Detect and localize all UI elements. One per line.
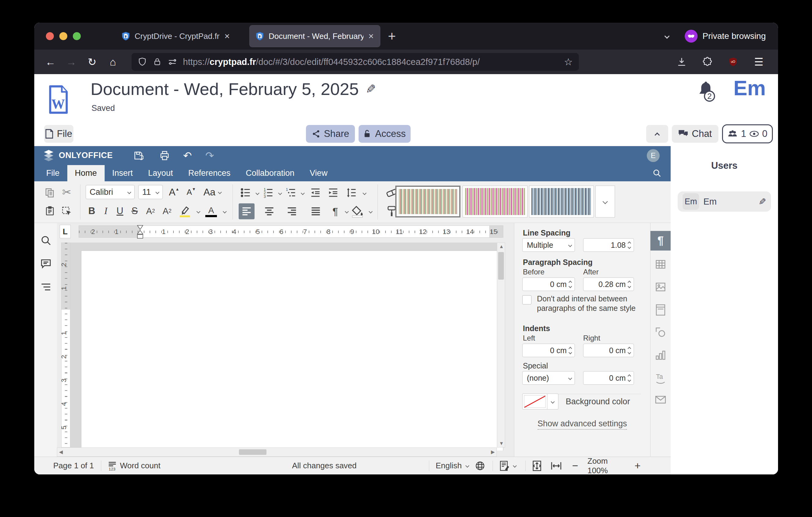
maximize-window-button[interactable] (73, 32, 81, 40)
increase-indent-icon[interactable] (325, 186, 341, 200)
pad-title[interactable]: Document - Wed, February 5, 2025 ✎ (91, 79, 376, 99)
menu-tab-view[interactable]: View (302, 165, 335, 181)
paste-icon[interactable] (43, 204, 57, 218)
change-case-icon[interactable]: Aa (201, 185, 223, 199)
menu-tab-file[interactable]: File (38, 165, 67, 181)
undo-icon[interactable]: ↶ (183, 149, 192, 162)
edit-user-pencil-icon[interactable]: ✎ (758, 196, 766, 207)
indent-right-spinner[interactable]: 0 cm (583, 344, 634, 357)
chat-button[interactable]: Chat (672, 125, 718, 143)
underline-button[interactable]: U (114, 204, 126, 218)
superscript-button[interactable]: A2 (143, 204, 158, 218)
user-list-item[interactable]: Em Em ✎ (678, 191, 771, 212)
background-color-chevron[interactable] (547, 393, 558, 409)
font-color-chevron[interactable] (220, 206, 226, 217)
numbered-list-chevron[interactable] (276, 187, 282, 198)
menu-tab-insert[interactable]: Insert (105, 165, 141, 181)
file-drawer-button[interactable]: File (44, 125, 74, 143)
cut-icon[interactable]: ✂ (59, 185, 74, 200)
collaborator-avatar[interactable]: E (647, 149, 660, 162)
horizontal-ruler[interactable]: 21123456789101112131415 (79, 225, 503, 238)
special-select[interactable]: (none) (522, 371, 575, 385)
mail-merge-settings-tab[interactable] (655, 395, 666, 404)
spellcheck-button[interactable] (499, 457, 516, 474)
shading-fill-icon[interactable] (349, 204, 365, 219)
redo-icon[interactable]: ↷ (205, 149, 214, 162)
tab-stop-selector[interactable]: L (60, 225, 71, 238)
font-name-select[interactable]: Calibri (86, 185, 135, 199)
line-spacing-chevron[interactable] (360, 187, 366, 198)
close-window-button[interactable] (46, 32, 54, 40)
url-bar[interactable]: https://cryptpad.fr/doc/#/3/doc/edit/ff0… (132, 53, 579, 71)
paragraph-settings-tab[interactable]: ¶ (650, 231, 671, 250)
shape-settings-tab[interactable] (655, 326, 666, 338)
share-button[interactable]: Share (306, 125, 355, 143)
notifications-bell[interactable]: 2 (696, 81, 716, 102)
access-button[interactable]: Access (358, 125, 411, 143)
download-icon[interactable] (675, 55, 689, 69)
connection-settings-icon[interactable] (168, 57, 177, 66)
new-tab-button[interactable]: + (388, 29, 396, 43)
document-page[interactable] (81, 250, 503, 451)
zoom-level[interactable]: Zoom 100% (587, 457, 630, 474)
line-spacing-amount-spinner[interactable]: 1.08 (583, 238, 634, 252)
vertical-scroll-thumb[interactable] (498, 252, 504, 280)
textart-settings-tab[interactable]: Ta (655, 372, 667, 384)
style-preview-heading[interactable] (529, 186, 594, 217)
spacing-after-spinner[interactable]: 0.28 cm (583, 277, 634, 291)
style-gallery-expand-button[interactable] (596, 186, 615, 217)
url-text[interactable]: https://cryptpad.fr/doc/#/3/doc/edit/ff0… (183, 57, 560, 67)
image-settings-tab[interactable] (655, 281, 666, 293)
numbered-list-icon[interactable]: 123 (261, 186, 276, 200)
menu-tab-collaboration[interactable]: Collaboration (238, 165, 302, 181)
vertical-scrollbar[interactable]: ▲ ▼ (497, 243, 505, 447)
copy-icon[interactable] (43, 186, 57, 200)
align-center-button[interactable] (261, 203, 277, 219)
back-icon[interactable]: ← (44, 55, 58, 69)
tab-cryptdrive[interactable]: CryptDrive - CryptPad.fr × (116, 25, 240, 47)
strikethrough-button[interactable]: S (128, 204, 141, 218)
align-left-button[interactable] (239, 203, 255, 219)
page-viewport[interactable] (70, 243, 497, 447)
tab-close-icon[interactable]: × (368, 31, 374, 42)
special-amount-spinner[interactable]: 0 cm (583, 371, 634, 385)
horizontal-scrollbar[interactable]: ◀ ▶ (57, 447, 497, 457)
decrease-font-icon[interactable]: A▼ (183, 185, 199, 199)
zoom-in-button[interactable]: + (635, 457, 641, 474)
decrease-indent-icon[interactable] (308, 186, 323, 200)
bullet-list-icon[interactable] (239, 186, 253, 200)
subscript-button[interactable]: A2 (160, 204, 174, 218)
tab-document[interactable]: Document - Wed, February 5, 20 × (250, 25, 380, 47)
fit-width-button[interactable] (551, 457, 562, 474)
justify-button[interactable] (308, 203, 324, 219)
find-icon[interactable] (40, 235, 52, 246)
font-size-select[interactable]: 11 (138, 185, 163, 199)
highlight-color-icon[interactable] (177, 204, 193, 219)
line-spacing-icon[interactable] (344, 186, 359, 200)
tab-list-chevron-icon[interactable] (665, 34, 670, 39)
navigation-headings-icon[interactable] (40, 281, 52, 293)
multilevel-list-chevron[interactable] (298, 187, 304, 198)
advanced-settings-link[interactable]: Show advanced settings (514, 419, 650, 429)
print-icon[interactable] (160, 151, 170, 161)
interval-checkbox[interactable] (522, 295, 531, 304)
presence-indicator[interactable]: 1 0 (722, 124, 773, 143)
paragraph-marks-chevron[interactable] (342, 206, 348, 217)
menu-tab-home[interactable]: Home (67, 165, 105, 181)
bookmark-star-icon[interactable]: ☆ (564, 56, 573, 68)
word-count-button[interactable]: 123 Word count (108, 457, 160, 474)
line-spacing-select[interactable]: Multiple (522, 238, 575, 252)
comments-icon[interactable] (40, 258, 52, 270)
forward-icon[interactable]: → (64, 55, 78, 69)
chart-settings-tab[interactable] (655, 349, 666, 361)
home-icon[interactable]: ⌂ (106, 55, 120, 69)
table-settings-tab[interactable] (655, 258, 666, 270)
paragraph-marks-icon[interactable]: ¶ (328, 204, 342, 219)
search-icon[interactable] (652, 168, 662, 178)
rename-pencil-icon[interactable]: ✎ (366, 82, 376, 96)
minimize-window-button[interactable] (59, 32, 67, 40)
bold-button[interactable]: B (86, 204, 98, 218)
header-footer-settings-tab[interactable] (655, 304, 666, 316)
font-color-icon[interactable]: A (203, 204, 219, 219)
lock-icon[interactable] (153, 58, 162, 66)
